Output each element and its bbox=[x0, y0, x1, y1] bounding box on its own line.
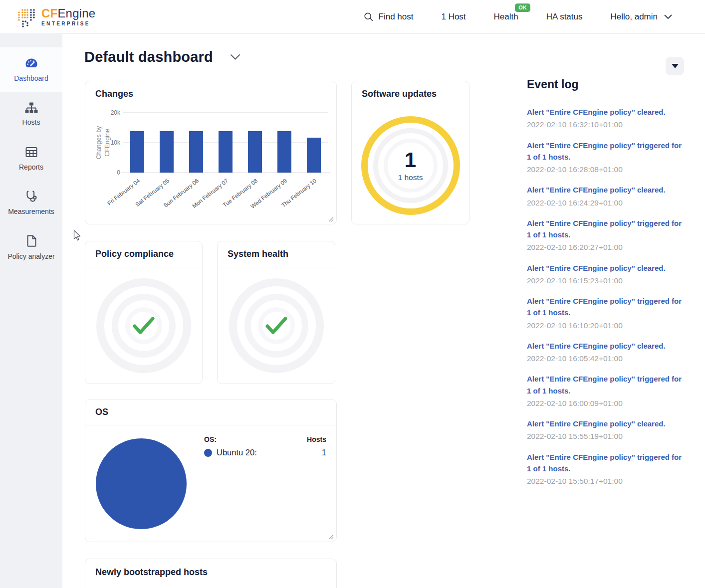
sidebar-item-measurements[interactable]: Measurements bbox=[0, 181, 62, 225]
page-title: Default dashboard bbox=[84, 49, 213, 65]
changes-bar[interactable] bbox=[189, 131, 203, 173]
os-legend: OS: Hosts Ubuntu 20: 1 bbox=[204, 435, 326, 457]
event-message[interactable]: Alert "Entire CFEngine policy" triggered… bbox=[527, 217, 687, 241]
page-title-row: Default dashboard bbox=[84, 49, 240, 65]
event-message[interactable]: Alert "Entire CFEngine policy" cleared. bbox=[527, 340, 687, 352]
event-message[interactable]: Alert "Entire CFEngine policy" cleared. bbox=[527, 106, 687, 118]
resize-handle-icon[interactable] bbox=[328, 216, 334, 222]
software-updates-card: Software updates 1 1 hosts bbox=[351, 81, 470, 224]
sidebar-item-label: Hosts bbox=[22, 118, 40, 126]
check-icon bbox=[132, 316, 155, 336]
os-card: OS OS: Hosts Ubuntu 20: 1 bbox=[85, 399, 337, 542]
top-header: CFEngine ENTERPRISE Find host 1 Host Hea… bbox=[0, 0, 705, 34]
chevron-down-icon bbox=[664, 14, 672, 19]
software-updates-caption: 1 hosts bbox=[398, 173, 423, 182]
health-link[interactable]: Health OK bbox=[494, 12, 518, 22]
policy-compliance-title: Policy compliance bbox=[95, 249, 174, 259]
gauge-icon bbox=[24, 57, 39, 70]
stethoscope-icon bbox=[24, 190, 38, 203]
x-tick-label: Fri February 04 bbox=[85, 178, 141, 223]
x-axis-line bbox=[121, 173, 330, 173]
x-tick-label: Wed February 09 bbox=[233, 178, 288, 223]
event-message[interactable]: Alert "Entire CFEngine policy" triggered… bbox=[527, 451, 687, 475]
event-log-entry: Alert "Entire CFEngine policy" cleared. … bbox=[527, 418, 687, 442]
legend-dot-icon bbox=[204, 449, 212, 457]
policy-compliance-card: Policy compliance bbox=[85, 241, 203, 384]
event-timestamp: 2022-02-10 16:32:10+01:00 bbox=[527, 119, 687, 130]
user-menu-label: Hello, admin bbox=[611, 12, 658, 22]
changes-chart: Changes by CFEngine 20k10k0 Fri February… bbox=[85, 107, 336, 224]
cfengine-logo[interactable]: CFEngine ENTERPRISE bbox=[17, 5, 95, 28]
y-tick-label: 20k bbox=[111, 109, 120, 116]
x-tick-label: Thu February 10 bbox=[262, 178, 317, 223]
sidebar-item-policy-analyzer[interactable]: Policy analyzer bbox=[0, 225, 62, 269]
sidebar-item-label: Dashboard bbox=[14, 74, 48, 82]
changes-xlabels: Fri February 04Sat February 05Sun Februa… bbox=[123, 175, 328, 223]
event-log-entry: Alert "Entire CFEngine policy" cleared. … bbox=[527, 262, 687, 287]
event-log-collapse-button[interactable] bbox=[666, 57, 684, 75]
os-pie-chart[interactable] bbox=[96, 438, 187, 529]
event-message[interactable]: Alert "Entire CFEngine policy" triggered… bbox=[527, 373, 687, 396]
os-legend-title: OS: bbox=[204, 435, 217, 443]
event-message[interactable]: Alert "Entire CFEngine policy" cleared. bbox=[527, 184, 687, 196]
newly-bootstrapped-title: Newly bootstrapped hosts bbox=[95, 567, 208, 578]
event-log-entry: Alert "Entire CFEngine policy" triggered… bbox=[527, 140, 687, 176]
event-timestamp: 2022-02-10 16:20:27+01:00 bbox=[527, 241, 687, 253]
event-log-title: Event log bbox=[527, 78, 687, 91]
system-health-title: System health bbox=[228, 249, 288, 259]
y-tick-label: 10k bbox=[111, 139, 120, 146]
os-legend-row: Ubuntu 20: 1 bbox=[204, 448, 326, 457]
sidebar-item-label: Measurements bbox=[8, 207, 54, 215]
event-timestamp: 2022-02-10 16:10:20+01:00 bbox=[527, 320, 687, 331]
ha-status-link[interactable]: HA status bbox=[546, 12, 583, 22]
sidebar-item-reports[interactable]: Reports bbox=[0, 136, 62, 181]
changes-card: Changes Changes by CFEngine 20k10k0 Fri … bbox=[85, 81, 337, 224]
user-menu[interactable]: Hello, admin bbox=[611, 12, 673, 22]
resize-handle-icon[interactable] bbox=[328, 534, 334, 540]
event-message[interactable]: Alert "Entire CFEngine policy" cleared. bbox=[527, 418, 687, 429]
find-host-label: Find host bbox=[379, 12, 414, 22]
changes-bar[interactable] bbox=[277, 131, 291, 173]
sidebar-item-hosts[interactable]: Hosts bbox=[0, 92, 62, 136]
host-count-link[interactable]: 1 Host bbox=[441, 12, 466, 22]
software-updates-count: 1 bbox=[405, 150, 416, 171]
find-host-button[interactable]: Find host bbox=[364, 12, 414, 22]
x-tick-label: Mon February 07 bbox=[174, 178, 229, 223]
event-timestamp: 2022-02-10 16:24:29+01:00 bbox=[527, 197, 687, 208]
caret-down-icon bbox=[672, 64, 679, 68]
sidebar: Dashboard Hosts Reports bbox=[0, 34, 62, 588]
event-log-entry: Alert "Entire CFEngine policy" cleared. … bbox=[527, 106, 687, 131]
changes-bar[interactable] bbox=[307, 138, 321, 173]
x-tick-label: Sat February 05 bbox=[115, 178, 170, 223]
event-timestamp: 2022-02-10 16:05:42+01:00 bbox=[527, 353, 687, 364]
event-timestamp: 2022-02-10 15:50:17+01:00 bbox=[527, 475, 687, 487]
event-message[interactable]: Alert "Entire CFEngine policy" triggered… bbox=[527, 140, 687, 163]
changes-bar[interactable] bbox=[248, 131, 262, 173]
changes-bar[interactable] bbox=[219, 131, 233, 173]
sitemap-icon bbox=[24, 102, 38, 114]
system-health-card: System health bbox=[217, 241, 335, 384]
os-hosts-column-header: Hosts bbox=[307, 435, 326, 443]
event-log-entry: Alert "Entire CFEngine policy" cleared. … bbox=[527, 184, 687, 208]
sidebar-item-dashboard[interactable]: Dashboard bbox=[0, 47, 62, 92]
x-tick-label: Tue February 08 bbox=[203, 178, 258, 223]
changes-card-title: Changes bbox=[95, 89, 133, 99]
event-log-entry: Alert "Entire CFEngine policy" triggered… bbox=[527, 451, 687, 487]
brand-name: CFEngine bbox=[41, 7, 95, 19]
changes-bar[interactable] bbox=[160, 131, 174, 173]
event-message[interactable]: Alert "Entire CFEngine policy" cleared. bbox=[527, 262, 687, 274]
y-tick-label: 0 bbox=[117, 169, 120, 176]
header-nav: Find host 1 Host Health OK HA status Hel… bbox=[364, 0, 672, 34]
event-message[interactable]: Alert "Entire CFEngine policy" triggered… bbox=[527, 295, 687, 319]
sidebar-item-label: Policy analyzer bbox=[7, 252, 54, 260]
mouse-cursor bbox=[73, 230, 81, 241]
event-log-entry: Alert "Entire CFEngine policy" triggered… bbox=[527, 217, 687, 253]
event-log-panel: Event log Alert "Entire CFEngine policy"… bbox=[527, 78, 687, 496]
changes-bars bbox=[123, 113, 328, 173]
event-timestamp: 2022-02-10 16:15:23+01:00 bbox=[527, 275, 687, 286]
dashboard-select-chevron-icon[interactable] bbox=[230, 54, 240, 60]
search-icon bbox=[364, 12, 374, 22]
changes-bar[interactable] bbox=[130, 131, 144, 173]
event-log-entry: Alert "Entire CFEngine policy" cleared. … bbox=[527, 340, 687, 365]
software-updates-ring[interactable]: 1 1 hosts bbox=[361, 116, 460, 215]
